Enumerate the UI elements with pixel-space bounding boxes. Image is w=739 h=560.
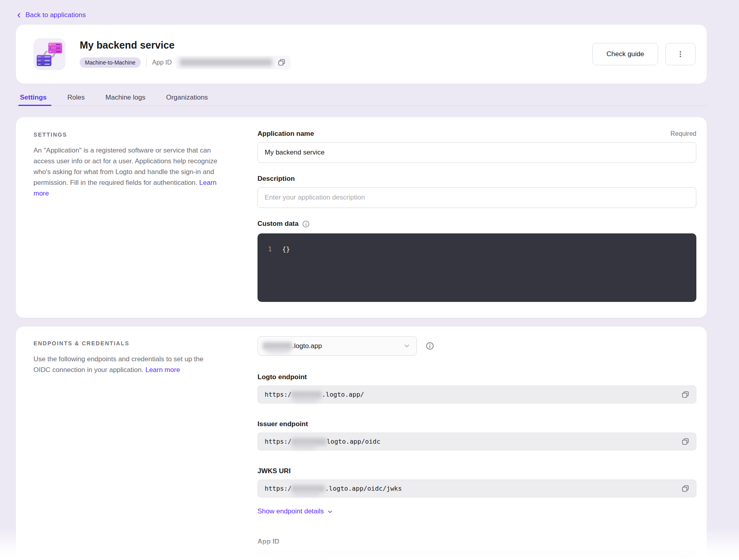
redacted-value (265, 555, 348, 560)
endpoints-section-card: ENDPOINTS & CREDENTIALS Use the followin… (16, 327, 707, 560)
application-header-card: My backend service Machine-to-Machine Ap… (16, 25, 707, 84)
settings-form: Application name Required Description Cu… (257, 130, 696, 302)
copy-icon[interactable] (680, 484, 690, 493)
url-suffix: .logto.app/oidc/jwks (325, 485, 402, 492)
application-name-group: Application name Required (257, 130, 696, 163)
url-suffix: .logto.app/ (322, 391, 364, 398)
application-logo-icon (33, 38, 65, 70)
settings-description-text: An "Application" is a registered softwar… (33, 147, 217, 186)
meta-divider (146, 58, 147, 67)
settings-section-intro: SETTINGS An "Application" is a registere… (33, 130, 221, 302)
settings-section-card: SETTINGS An "Application" is a registere… (16, 117, 707, 318)
show-endpoint-details-toggle[interactable]: Show endpoint details (257, 507, 333, 515)
custom-data-code-editor[interactable]: 1 {} (257, 233, 696, 302)
app-id-field-label: App ID (257, 538, 279, 546)
code-line: 1 {} (266, 245, 687, 253)
chevron-left-icon (16, 12, 22, 18)
tab-roles[interactable]: Roles (67, 94, 85, 106)
back-link-label: Back to applications (26, 11, 86, 19)
app-id-group: App ID (257, 538, 696, 560)
copy-icon[interactable] (680, 437, 690, 446)
logto-endpoint-group: Logto endpoint https:/.logto.app/ (257, 373, 696, 403)
tab-machine-logs[interactable]: Machine logs (105, 94, 146, 106)
more-actions-button[interactable] (665, 43, 696, 65)
redacted-app-id-value (180, 59, 272, 66)
endpoints-section-description: Use the following endpoints and credenti… (33, 354, 221, 375)
url-prefix: https:/ (265, 438, 291, 445)
custom-data-label: Custom data (257, 220, 299, 228)
redacted-value (291, 438, 326, 446)
jwks-uri-group: JWKS URI https:/.logto.app/oidc/jwks (257, 467, 696, 497)
chevron-down-icon (403, 343, 410, 349)
redacted-value (291, 391, 322, 399)
redacted-tenant-id (263, 342, 292, 350)
endpoints-section-heading: ENDPOINTS & CREDENTIALS (33, 340, 221, 347)
domain-row: .logto.app (257, 336, 696, 356)
description-group: Description (257, 175, 696, 208)
line-number: 1 (266, 245, 272, 253)
redacted-value (291, 485, 325, 493)
info-icon[interactable] (426, 342, 434, 350)
copy-icon[interactable] (277, 58, 287, 67)
required-tag: Required (670, 130, 696, 137)
application-name-label: Application name (257, 130, 314, 138)
copy-icon[interactable] (680, 390, 690, 399)
application-name-input[interactable] (257, 142, 696, 163)
description-input[interactable] (257, 187, 696, 208)
settings-section-heading: SETTINGS (33, 131, 221, 138)
code-content: {} (282, 245, 290, 253)
application-meta-row: Machine-to-Machine App ID (80, 56, 592, 69)
issuer-endpoint-group: Issuer endpoint https:/logto.app/oidc (257, 420, 696, 450)
settings-section-description: An "Application" is a registered softwar… (33, 145, 221, 199)
application-header-info: My backend service Machine-to-Machine Ap… (80, 39, 592, 69)
tab-organizations[interactable]: Organizations (165, 94, 209, 106)
jwks-uri-field: https:/.logto.app/oidc/jwks (257, 480, 696, 497)
app-id-field (257, 550, 696, 560)
logto-endpoint-label: Logto endpoint (257, 373, 307, 381)
url-prefix: https:/ (265, 391, 291, 398)
url-prefix: https:/ (265, 485, 291, 492)
show-endpoint-details-label: Show endpoint details (257, 507, 324, 515)
app-id-value-chip (176, 56, 291, 69)
application-tabs: Settings Roles Machine logs Organization… (16, 94, 707, 106)
chevron-down-icon (327, 509, 333, 515)
copy-icon[interactable] (680, 554, 690, 560)
logto-endpoint-field: https:/.logto.app/ (257, 386, 696, 403)
custom-data-group: Custom data 1 {} (257, 220, 696, 302)
application-type-badge: Machine-to-Machine (80, 57, 141, 68)
info-icon[interactable] (302, 220, 310, 228)
page-title: My backend service (80, 39, 592, 51)
domain-suffix: .logto.app (292, 342, 322, 350)
issuer-endpoint-label: Issuer endpoint (257, 420, 308, 428)
application-details-page: Back to applications (0, 0, 739, 560)
check-guide-button[interactable]: Check guide (592, 43, 658, 65)
description-label: Description (257, 175, 295, 183)
endpoints-form: .logto.app Logto endpoint https:/.logto.… (257, 336, 696, 560)
domain-select[interactable]: .logto.app (257, 336, 417, 356)
app-id-label: App ID (152, 59, 172, 66)
endpoints-section-intro: ENDPOINTS & CREDENTIALS Use the followin… (33, 336, 221, 560)
endpoints-learn-more-link[interactable]: Learn more (145, 366, 180, 374)
jwks-uri-label: JWKS URI (257, 467, 291, 475)
back-to-applications-link[interactable]: Back to applications (16, 11, 86, 19)
header-actions: Check guide (592, 43, 696, 65)
tab-settings[interactable]: Settings (19, 94, 47, 106)
issuer-endpoint-field: https:/logto.app/oidc (257, 433, 696, 450)
kebab-menu-icon (676, 50, 684, 58)
url-suffix: logto.app/oidc (326, 438, 380, 445)
